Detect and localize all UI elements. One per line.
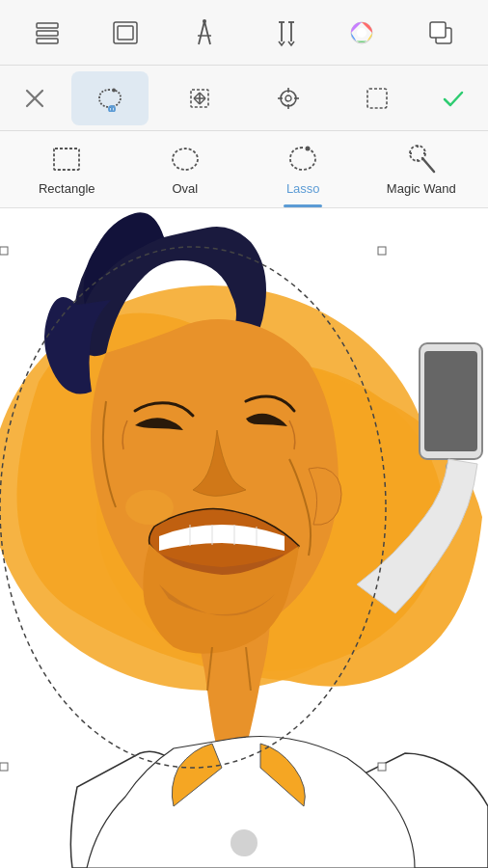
- svg-rect-54: [0, 763, 8, 771]
- rectangle-label: Rectangle: [39, 181, 95, 196]
- svg-rect-30: [54, 149, 79, 170]
- lasso-type-button[interactable]: Lasso: [250, 136, 356, 203]
- svg-line-33: [422, 158, 434, 172]
- svg-rect-29: [367, 89, 387, 108]
- svg-point-23: [281, 91, 296, 106]
- oval-label: Oval: [172, 181, 198, 196]
- compass-button[interactable]: [179, 8, 230, 58]
- bottom-page-indicator: [230, 829, 258, 856]
- color-wheel-button[interactable]: [337, 8, 387, 58]
- select-all-button[interactable]: [339, 71, 416, 125]
- rectangle-type-button[interactable]: Rectangle: [14, 136, 120, 203]
- svg-point-34: [410, 146, 425, 161]
- oval-type-button[interactable]: Oval: [132, 136, 238, 203]
- svg-point-32: [306, 147, 311, 151]
- selection-toolbar: [0, 66, 488, 131]
- svg-point-31: [173, 149, 198, 170]
- svg-rect-4: [118, 26, 133, 40]
- svg-point-14: [357, 28, 366, 38]
- top-toolbar: [0, 0, 488, 66]
- svg-rect-16: [430, 22, 446, 38]
- close-selection-button[interactable]: [10, 71, 60, 125]
- lasso-select-button[interactable]: [71, 71, 149, 125]
- layers-button[interactable]: [22, 8, 72, 58]
- magic-wand-type-button[interactable]: Magic Wand: [368, 136, 474, 203]
- move-button[interactable]: [161, 71, 238, 125]
- confirm-selection-button[interactable]: [428, 71, 478, 125]
- illustration: [0, 208, 488, 868]
- svg-point-8: [203, 19, 206, 23]
- pen-button[interactable]: [258, 8, 309, 58]
- svg-rect-55: [378, 247, 386, 255]
- magic-wand-label: Magic Wand: [387, 181, 456, 196]
- svg-line-6: [204, 21, 210, 44]
- selection-type-toolbar: Rectangle Oval Lasso Magic Wand: [0, 131, 488, 208]
- svg-rect-53: [0, 247, 8, 255]
- lasso-label: Lasso: [286, 181, 320, 196]
- svg-point-19: [112, 88, 116, 92]
- svg-point-46: [125, 490, 174, 525]
- crosshair-button[interactable]: [250, 71, 327, 125]
- canvas-area[interactable]: [0, 208, 488, 868]
- svg-line-5: [199, 21, 204, 44]
- svg-point-24: [285, 95, 291, 101]
- frame-button[interactable]: [100, 8, 150, 58]
- svg-rect-48: [424, 351, 477, 451]
- svg-rect-0: [37, 23, 58, 28]
- svg-rect-1: [37, 31, 58, 36]
- copy-button[interactable]: [416, 8, 466, 58]
- svg-rect-2: [37, 39, 58, 43]
- svg-rect-56: [378, 763, 386, 771]
